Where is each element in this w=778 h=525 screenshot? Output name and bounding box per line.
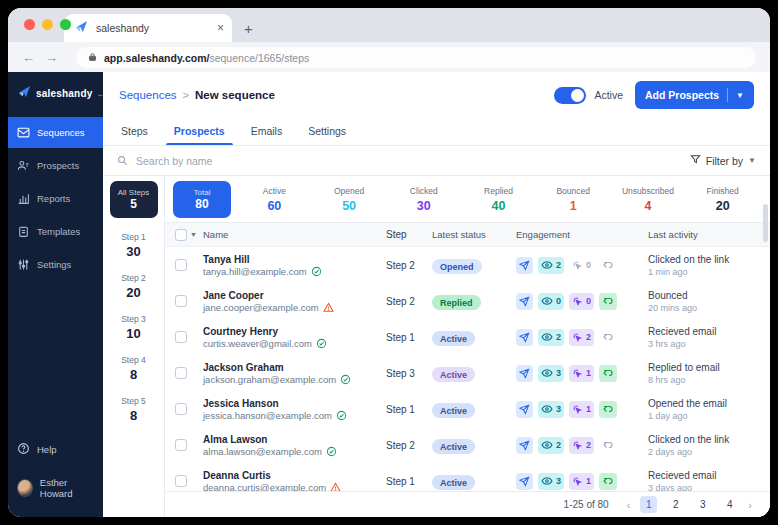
chevron-down-icon[interactable]: ▼ (736, 91, 744, 100)
forward-icon[interactable]: → (45, 50, 58, 65)
stat-bounced[interactable]: Bounced1 (536, 186, 611, 213)
send-engagement-chip[interactable] (516, 437, 533, 454)
row-checkbox[interactable] (175, 295, 187, 307)
active-toggle[interactable] (554, 87, 586, 104)
row-checkbox[interactable] (175, 367, 187, 379)
table-row[interactable]: Jackson Grahamjackson.graham@example.com… (165, 355, 770, 391)
page-3[interactable]: 3 (694, 496, 711, 513)
url-bar[interactable]: app.saleshandy.com/sequence/1665/steps (76, 47, 756, 68)
reply-engagement-chip[interactable] (599, 257, 617, 274)
send-engagement-chip[interactable] (516, 329, 533, 346)
stat-clicked[interactable]: Clicked30 (386, 186, 461, 213)
send-engagement-chip[interactable] (516, 473, 533, 490)
table-row[interactable]: Deanna Curtisdeanna.curtis@example.comSt… (165, 463, 770, 491)
new-tab-button[interactable]: + (244, 20, 253, 37)
rail-step-3[interactable]: Step 310 (121, 314, 146, 341)
eye-icon (541, 403, 553, 415)
reply-engagement-chip[interactable] (599, 329, 617, 346)
tab-emails[interactable]: Emails (251, 125, 283, 145)
click-engagement-chip[interactable]: 1 (569, 473, 594, 490)
reply-engagement-chip[interactable] (599, 473, 617, 490)
back-icon[interactable]: ← (22, 50, 35, 65)
row-checkbox[interactable] (175, 259, 187, 271)
maximize-window-button[interactable] (60, 19, 71, 30)
reply-engagement-chip[interactable] (599, 401, 617, 418)
column-header-latest-status[interactable]: Latest status (432, 229, 516, 240)
sidebar-item-reports[interactable]: Reports (8, 183, 103, 214)
chevron-right-icon[interactable]: › (748, 499, 752, 511)
tab-prospects[interactable]: Prospects (174, 125, 225, 145)
row-checkbox[interactable] (175, 475, 187, 487)
page-4[interactable]: 4 (721, 496, 738, 513)
stat-unsubscribed[interactable]: Unsubscribed4 (611, 186, 686, 213)
minimize-window-button[interactable] (42, 19, 53, 30)
eye-engagement-chip[interactable]: 3 (538, 401, 564, 418)
click-engagement-chip[interactable]: 2 (569, 437, 594, 454)
prospect-step: Step 2 (386, 296, 432, 307)
rail-step-1[interactable]: Step 130 (121, 232, 146, 259)
filter-by-button[interactable]: Filter by ▼ (690, 154, 756, 167)
stat-opened[interactable]: Opened50 (312, 186, 387, 213)
row-checkbox[interactable] (175, 403, 187, 415)
table-row[interactable]: Courtney Henrycurtis.weaver@gmail.comSte… (165, 319, 770, 355)
stat-active[interactable]: Active60 (237, 186, 312, 213)
stat-replied[interactable]: Replied40 (461, 186, 536, 213)
page-1[interactable]: 1 (640, 496, 657, 513)
click-engagement-chip[interactable]: 1 (569, 401, 594, 418)
send-engagement-chip[interactable] (516, 401, 533, 418)
close-tab-icon[interactable]: × (217, 21, 224, 35)
rail-step-5[interactable]: Step 58 (121, 396, 146, 423)
checkbox-caret-icon[interactable]: ▼ (190, 231, 197, 238)
table-row[interactable]: Jessica Hansonjessica.hanson@example.com… (165, 391, 770, 427)
eye-engagement-chip[interactable]: 0 (538, 293, 564, 310)
column-header-last-activity[interactable]: Last activity (648, 229, 770, 240)
sidebar-item-settings[interactable]: Settings (8, 249, 103, 280)
sidebar-item-sequences[interactable]: Sequences (8, 117, 103, 148)
user-menu[interactable]: Esther Howard (8, 469, 103, 507)
click-engagement-chip[interactable]: 1 (569, 365, 594, 382)
reply-engagement-chip[interactable] (599, 437, 617, 454)
reply-engagement-chip[interactable] (599, 293, 617, 310)
send-engagement-chip[interactable] (516, 257, 533, 274)
eye-engagement-chip[interactable]: 2 (538, 437, 564, 454)
add-prospects-button[interactable]: Add Prospects ▼ (635, 81, 754, 109)
send-engagement-chip[interactable] (516, 293, 533, 310)
breadcrumb-sequences[interactable]: Sequences (119, 89, 177, 101)
stat-finished[interactable]: Finished20 (685, 186, 760, 213)
rail-step-4[interactable]: Step 48 (121, 355, 146, 382)
click-engagement-chip[interactable]: 2 (569, 329, 594, 346)
column-header-engagement[interactable]: Engagement (516, 229, 648, 240)
column-header-name[interactable]: Name (203, 229, 386, 240)
tab-settings[interactable]: Settings (308, 125, 346, 145)
eye-engagement-chip[interactable]: 3 (538, 365, 564, 382)
eye-engagement-chip[interactable]: 3 (538, 473, 564, 490)
sidebar-item-prospects[interactable]: Prospects (8, 150, 103, 181)
chevron-left-icon[interactable]: ‹ (627, 499, 631, 511)
page-2[interactable]: 2 (667, 496, 684, 513)
column-header-step[interactable]: Step (386, 229, 432, 240)
stat-total-card[interactable]: Total 80 (173, 181, 231, 218)
search-input[interactable] (136, 155, 682, 167)
window-controls[interactable] (24, 19, 71, 30)
table-row[interactable]: Jane Cooperjane.cooper@example.comStep 2… (165, 283, 770, 319)
tab-steps[interactable]: Steps (121, 125, 148, 145)
help-link[interactable]: Help (8, 434, 103, 465)
browser-tab[interactable]: saleshandy × (64, 14, 232, 42)
eye-engagement-chip[interactable]: 2 (538, 329, 564, 346)
row-checkbox[interactable] (175, 331, 187, 343)
rail-step-2[interactable]: Step 220 (121, 273, 146, 300)
table-row[interactable]: Tanya Hilltanya.hill@example.comStep 2Op… (165, 247, 770, 283)
select-all-checkbox[interactable] (175, 229, 187, 241)
scrollbar[interactable] (763, 204, 768, 242)
row-checkbox[interactable] (175, 439, 187, 451)
sidebar-item-templates[interactable]: Templates (8, 216, 103, 247)
all-steps-card[interactable]: All Steps 5 (110, 181, 158, 218)
click-engagement-chip[interactable]: 0 (569, 257, 594, 274)
eye-engagement-chip[interactable]: 2 (538, 257, 564, 274)
click-icon (572, 368, 583, 379)
close-window-button[interactable] (24, 19, 35, 30)
table-row[interactable]: Alma Lawsonalma.lawson@example.comStep 2… (165, 427, 770, 463)
click-engagement-chip[interactable]: 0 (569, 293, 594, 310)
reply-engagement-chip[interactable] (599, 365, 617, 382)
send-engagement-chip[interactable] (516, 365, 533, 382)
